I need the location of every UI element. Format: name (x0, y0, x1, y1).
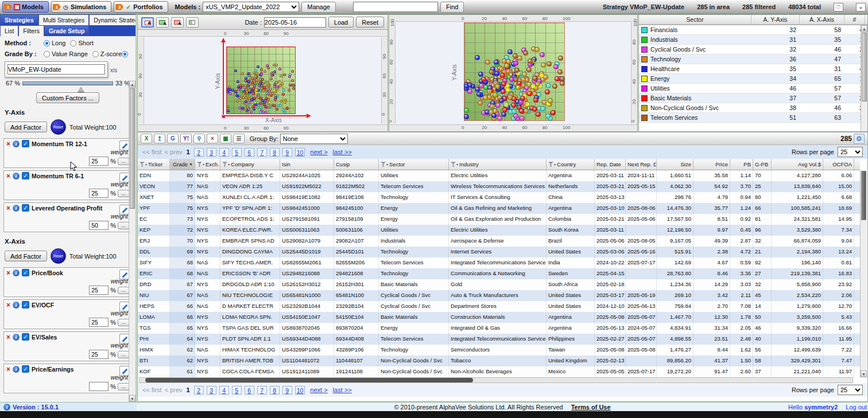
pager-next[interactable]: next > (310, 149, 327, 155)
select-tool-split[interactable] (186, 17, 199, 28)
column-header-exch-[interactable]: ▾Exch. (195, 159, 220, 170)
slider-thumb[interactable] (78, 87, 84, 92)
excel-export-icon[interactable]: X (141, 134, 152, 143)
sector-row[interactable]: Cyclical Goods / Svc324628 (639, 45, 867, 54)
weight-options-button[interactable]: ... (118, 351, 129, 358)
maximize-icon[interactable]: □ (834, 3, 843, 11)
radio-long[interactable] (44, 40, 50, 46)
zoom-icon[interactable]: ⚲ (193, 134, 205, 143)
weight-input[interactable] (89, 350, 108, 359)
model-select[interactable]: xUS_VMP2_Update_2022 (203, 2, 299, 12)
weight-input[interactable] (89, 286, 108, 295)
column-header-sector[interactable]: ▾Sector (379, 159, 449, 170)
column-header-ocfoa[interactable]: OCFOA (823, 159, 854, 170)
factor-checkbox[interactable]: ✓ (22, 333, 29, 341)
pager-page-link[interactable]: 10 (295, 386, 305, 394)
upload-icon[interactable]: ↥ (154, 134, 165, 143)
tab-strategies[interactable]: Strategies (0, 14, 38, 25)
weight-input[interactable] (89, 189, 108, 198)
pager-page-link[interactable]: 3 (207, 386, 216, 394)
tab-dynamic-strategies[interactable]: Dynamic Strategies (89, 14, 137, 25)
column-header-cusip[interactable]: Cusip (334, 159, 379, 170)
manage-button[interactable]: Manage (301, 2, 336, 13)
filter-icon[interactable] (222, 162, 227, 167)
pager-page-link[interactable]: 9 (282, 386, 292, 394)
logout-link[interactable]: Log out (846, 404, 867, 411)
factor-info-icon[interactable]: i (13, 366, 20, 373)
pager-page-link[interactable]: 8 (270, 148, 280, 157)
column-header-industry[interactable]: ▾Industry (449, 159, 547, 170)
tab-simulations[interactable]: 2 ◷ Simulations (51, 1, 111, 13)
clear-icon[interactable]: × (207, 134, 218, 143)
radio-grade-third[interactable] (122, 51, 128, 57)
table-row[interactable]: PHI64NYSPLDT SPN.ADR 1:1US69344D40886934… (138, 334, 860, 345)
remove-factor-icon[interactable]: × (6, 269, 10, 276)
factor-info-icon[interactable]: i (13, 205, 20, 212)
rows-per-page-select[interactable]: 25 (838, 147, 863, 157)
edit-factor-icon[interactable] (119, 334, 129, 343)
sector-row[interactable]: Non-Cyclical Goods / Svc384620 (639, 103, 867, 113)
pager-first[interactable]: << first (142, 386, 162, 393)
table-row[interactable]: EC73NYSECOPETROL ADS 1:US279158109127915… (138, 214, 860, 225)
weight-options-button[interactable]: ... (118, 190, 129, 197)
col-a-x-axis[interactable]: A. X-Axis (800, 15, 844, 24)
column-header-g-pb[interactable]: G-PB (753, 159, 772, 170)
google-icon[interactable]: G (167, 134, 179, 143)
factor-info-icon[interactable]: i (13, 269, 20, 276)
tab-portfolios[interactable]: 3 ✓ Portfolios (114, 1, 168, 13)
list-icon[interactable]: ☰ (233, 134, 245, 143)
main-scatter-plot[interactable] (464, 22, 565, 121)
pager-page-link[interactable]: 7 (257, 386, 267, 394)
factor-checkbox[interactable]: ✓ (22, 140, 29, 147)
gear-icon[interactable]: ⚙ (854, 134, 865, 144)
sidebar-scrollbar[interactable]: ▲ ▼ (129, 81, 135, 402)
factor-checkbox[interactable]: ✓ (22, 301, 29, 308)
sector-row[interactable]: Industrials313515 (639, 35, 867, 45)
weight-options-button[interactable]: ... (118, 383, 129, 390)
filter-icon[interactable] (381, 162, 386, 167)
pager-page-link[interactable]: 9 (282, 148, 292, 157)
table-row[interactable]: SIFY68NASSIFY TECHS.AMER.US82655M2061826… (138, 257, 860, 268)
filter-icon[interactable] (140, 162, 145, 167)
table-row[interactable]: BTI62NYSBRITISH AMER.TOBUS11044810721104… (138, 356, 860, 366)
radio-z-score[interactable] (92, 51, 99, 57)
strategy-name-input[interactable] (7, 64, 105, 75)
pager-prev[interactable]: < prev (165, 149, 183, 155)
radio-value-range[interactable] (44, 51, 50, 57)
column-header-pb[interactable]: PB (730, 159, 753, 170)
collapse-icon[interactable]: ⌄ (856, 3, 866, 11)
table-row[interactable]: LOMA66NYSLOMA NEGRA SPN.US54150E10475415… (138, 312, 860, 323)
reset-button[interactable]: Reset (356, 17, 384, 28)
column-header-next-rep-da[interactable]: Next Rep. Da (626, 159, 657, 170)
factor-info-icon[interactable]: i (13, 173, 20, 179)
edit-factor-icon[interactable] (119, 269, 129, 279)
factor-info-icon[interactable]: i (13, 302, 20, 308)
filter-icon[interactable] (548, 162, 553, 167)
col-a-y-axis[interactable]: A. Y-Axis (751, 15, 800, 24)
terms-of-use-link[interactable]: Terms of Use (571, 404, 611, 411)
pager-page-link[interactable]: 10 (295, 148, 305, 157)
sector-row[interactable]: Financials325842 (639, 25, 867, 35)
factor-checkbox[interactable]: ✓ (22, 269, 29, 276)
find-button[interactable]: Find (440, 2, 464, 13)
pager-last[interactable]: last >> (333, 386, 352, 393)
factor-checkbox[interactable]: ✓ (22, 172, 29, 179)
edit-factor-icon[interactable] (119, 366, 129, 376)
radio-short[interactable] (70, 40, 76, 46)
table-row[interactable]: KEP72NYSKOREA ELEC.PWR.US500631106350063… (138, 225, 860, 236)
edit-factor-icon[interactable] (119, 173, 129, 182)
pager-page-link[interactable]: 7 (257, 148, 267, 157)
pager-last[interactable]: last >> (333, 149, 352, 155)
weight-options-button[interactable]: ... (118, 222, 129, 229)
column-header-avg-vol-[interactable]: Avg Vol.$ (772, 159, 823, 170)
weight-options-button[interactable]: ... (118, 158, 129, 165)
pager-page-link[interactable]: 5 (232, 148, 242, 157)
grid-vertical-scrollbar[interactable]: ▼ (860, 170, 867, 377)
table-row[interactable]: HEPS66NASD MARKET ELECTRUS23292B10442329… (138, 301, 860, 312)
x-add-factor-button[interactable]: Add Factor (5, 251, 47, 261)
filter-icon[interactable] (197, 162, 202, 167)
factor-info-icon[interactable]: i (13, 140, 20, 147)
pager-page-link[interactable]: 5 (232, 386, 242, 394)
sector-row[interactable]: Energy346516 (639, 74, 867, 84)
x-reset-button[interactable]: Reset (51, 248, 66, 264)
